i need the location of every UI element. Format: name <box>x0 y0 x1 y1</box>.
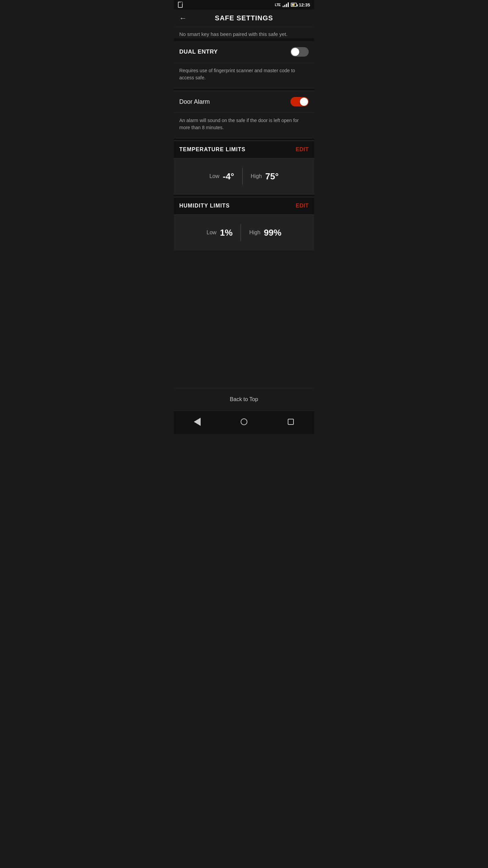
battery-icon: ⚡ <box>291 3 297 7</box>
humidity-low-value: 1% <box>220 228 233 238</box>
humidity-low-label: Low <box>207 230 217 236</box>
status-bar: LTE ⚡ 12:35 <box>174 0 314 9</box>
humidity-high-value: 99% <box>264 228 281 238</box>
bottom-nav <box>174 411 314 434</box>
dual-entry-row: DUAL ENTRY <box>174 41 314 63</box>
door-alarm-label: Door Alarm <box>179 98 210 105</box>
nav-recent-button[interactable] <box>284 415 298 429</box>
sim-icon <box>178 2 183 8</box>
status-time: 12:35 <box>299 2 310 7</box>
dual-entry-description: Requires use of fingerprint scanner and … <box>174 63 314 88</box>
humidity-low-item: Low 1% <box>199 228 241 238</box>
signal-bars <box>283 2 289 7</box>
temperature-edit-button[interactable]: EDIT <box>296 146 309 153</box>
temperature-high-label: High <box>251 173 262 179</box>
divider-3 <box>174 194 314 197</box>
temperature-high-item: High 75° <box>243 171 287 182</box>
nav-home-button[interactable] <box>237 415 251 429</box>
humidity-limits-label: HUMIDITY LIMITS <box>179 203 230 209</box>
temperature-limits-label: TEMPERATURE LIMITS <box>179 146 245 153</box>
back-to-top-button[interactable]: Back to Top <box>230 396 258 402</box>
nav-home-icon <box>241 418 247 425</box>
dual-entry-toggle-container[interactable] <box>290 47 309 57</box>
temperature-low-value: -4° <box>223 171 234 182</box>
door-alarm-row: Door Alarm <box>174 91 314 113</box>
door-alarm-toggle[interactable] <box>290 97 309 106</box>
humidity-limits-header: HUMIDITY LIMITS EDIT <box>174 197 314 215</box>
temperature-low-label: Low <box>209 173 219 179</box>
header: ← SAFE SETTINGS <box>174 9 314 27</box>
temperature-high-value: 75° <box>265 171 279 182</box>
humidity-high-item: High 99% <box>241 228 289 238</box>
spacer-1 <box>174 38 314 41</box>
temperature-limits-row: Low -4° High 75° <box>174 158 314 194</box>
door-alarm-description: An alarm will sound on the safe if the d… <box>174 113 314 138</box>
door-alarm-toggle-knob <box>300 98 308 106</box>
temperature-limits-header: TEMPERATURE LIMITS EDIT <box>174 141 314 158</box>
temperature-low-item: Low -4° <box>201 171 242 182</box>
nav-back-icon <box>194 418 201 426</box>
humidity-high-label: High <box>249 230 260 236</box>
page-title: SAFE SETTINGS <box>215 14 273 22</box>
humidity-edit-button[interactable]: EDIT <box>296 203 309 209</box>
dual-entry-label: DUAL ENTRY <box>179 48 218 55</box>
sim-icon-container <box>178 2 183 8</box>
divider-1 <box>174 88 314 91</box>
lte-icon: LTE <box>275 3 281 7</box>
humidity-limits-row: Low 1% High 99% <box>174 215 314 251</box>
door-alarm-toggle-container[interactable] <box>290 97 309 106</box>
nav-back-button[interactable] <box>190 415 204 429</box>
divider-2 <box>174 138 314 141</box>
dual-entry-toggle-knob <box>291 48 299 56</box>
partial-text: No smart key has been paired with this s… <box>174 27 314 38</box>
nav-recent-icon <box>288 419 294 425</box>
back-button[interactable]: ← <box>179 14 187 23</box>
dual-entry-toggle[interactable] <box>290 47 309 57</box>
back-to-top-section: Back to Top <box>174 388 314 411</box>
